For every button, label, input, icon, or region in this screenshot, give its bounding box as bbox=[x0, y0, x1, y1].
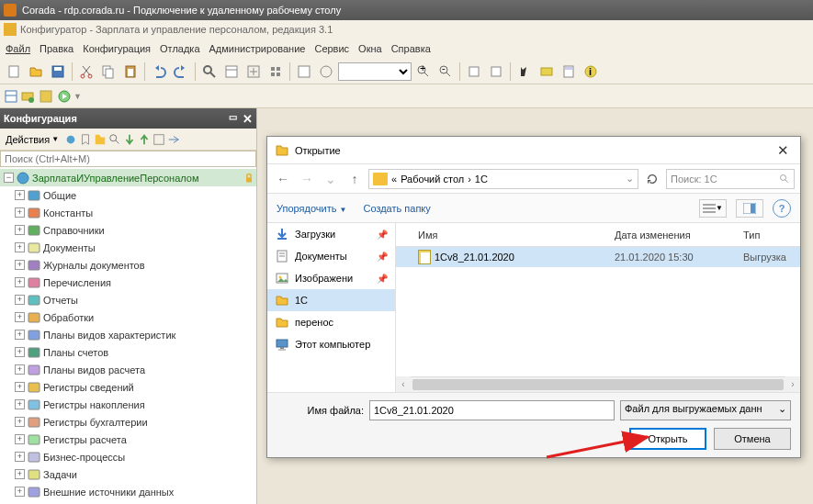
tree-item[interactable]: + Константы bbox=[0, 204, 256, 221]
sidebar-close-button[interactable]: ✕ bbox=[243, 112, 253, 126]
tree-item[interactable]: + Бизнес-процессы bbox=[0, 448, 256, 465]
tree-item[interactable]: + Перечисления bbox=[0, 274, 256, 291]
tree-item[interactable]: + Задачи bbox=[0, 465, 256, 483]
tree-item[interactable]: + Документы bbox=[0, 239, 256, 256]
new-folder-button[interactable]: Создать папку bbox=[363, 203, 430, 214]
zoom-out-button[interactable]: - bbox=[435, 62, 456, 82]
tool-btn-5[interactable] bbox=[316, 62, 336, 82]
open-button[interactable]: Открыть bbox=[629, 428, 706, 450]
tool-select[interactable] bbox=[338, 62, 412, 81]
expand-icon[interactable]: + bbox=[15, 295, 25, 305]
place-item[interactable]: Документы📌 bbox=[267, 245, 395, 267]
nav-up-button[interactable]: ↑ bbox=[344, 169, 365, 189]
file-row[interactable]: 1Cv8_21.01.2020 21.01.2020 15:30 Выгрузк… bbox=[396, 247, 800, 267]
tool-btn-3[interactable] bbox=[265, 62, 286, 82]
breadcrumb-part-0[interactable]: Рабочий стол bbox=[401, 174, 464, 185]
cut-button[interactable] bbox=[76, 62, 96, 82]
expand-icon[interactable]: + bbox=[15, 364, 25, 375]
sidebar-pin-icon[interactable]: ▭ bbox=[229, 112, 237, 126]
expand-icon[interactable]: + bbox=[15, 382, 25, 392]
calc-button[interactable] bbox=[559, 62, 579, 82]
tool2-btn-1[interactable] bbox=[4, 89, 18, 104]
tree-item[interactable]: + Регистры расчета bbox=[0, 431, 256, 448]
place-item[interactable]: Загрузки📌 bbox=[267, 223, 395, 245]
dialog-close-button[interactable]: ✕ bbox=[773, 142, 793, 159]
expand-icon[interactable]: + bbox=[15, 242, 25, 252]
expand-icon[interactable]: − bbox=[4, 173, 14, 183]
expand-icon[interactable]: + bbox=[15, 469, 25, 479]
tool2-btn-3[interactable] bbox=[39, 89, 53, 104]
scroll-left-button[interactable]: ‹ bbox=[396, 376, 411, 392]
scroll-right-button[interactable]: › bbox=[785, 376, 800, 392]
tree-item[interactable]: + Обработки bbox=[0, 308, 256, 326]
tool-btn-1[interactable] bbox=[221, 62, 242, 82]
place-item[interactable]: 1С bbox=[267, 289, 395, 311]
action-btn-8[interactable] bbox=[167, 133, 180, 146]
tree-item[interactable]: + Планы счетов bbox=[0, 343, 256, 361]
tree-root[interactable]: − ЗарплатаИУправлениеПерсоналом bbox=[0, 169, 256, 186]
zoom-in-button[interactable]: + bbox=[413, 62, 434, 82]
action-btn-6[interactable] bbox=[138, 133, 151, 146]
place-item[interactable]: Этот компьютер bbox=[267, 333, 395, 355]
place-item[interactable]: Изображени📌 bbox=[267, 267, 395, 289]
tool-btn-4[interactable] bbox=[294, 62, 314, 82]
action-btn-3[interactable] bbox=[94, 133, 107, 146]
col-type[interactable]: Тип bbox=[736, 230, 800, 241]
redo-button[interactable] bbox=[171, 62, 191, 82]
dropdown-arrow-icon[interactable]: ▼ bbox=[73, 92, 82, 101]
action-btn-4[interactable] bbox=[108, 133, 121, 146]
paste-button[interactable] bbox=[120, 62, 141, 82]
tree-item[interactable]: + Регистры сведений bbox=[0, 378, 256, 396]
menu-debug[interactable]: Отладка bbox=[160, 43, 199, 54]
expand-icon[interactable]: + bbox=[15, 417, 25, 427]
tree-item[interactable]: + Планы видов характеристик bbox=[0, 326, 256, 343]
tool-btn-6[interactable] bbox=[464, 62, 484, 82]
cancel-button[interactable]: Отмена bbox=[714, 428, 791, 450]
refresh-button[interactable] bbox=[642, 169, 662, 189]
col-name[interactable]: Имя bbox=[411, 230, 607, 241]
menu-help[interactable]: Справка bbox=[391, 43, 431, 54]
expand-icon[interactable]: + bbox=[15, 330, 25, 340]
tree-item[interactable]: + Журналы документов bbox=[0, 256, 256, 274]
expand-icon[interactable]: + bbox=[15, 347, 25, 357]
nav-back-button[interactable]: ← bbox=[273, 169, 293, 189]
breadcrumb-part-1[interactable]: 1С bbox=[475, 174, 488, 185]
tree-item[interactable]: + Планы видов расчета bbox=[0, 361, 256, 378]
action-btn-5[interactable] bbox=[123, 133, 136, 146]
undo-button[interactable] bbox=[149, 62, 169, 82]
search-button[interactable] bbox=[199, 62, 220, 82]
nav-history-button[interactable]: ⌄ bbox=[321, 169, 341, 189]
breadcrumb[interactable]: « Рабочий стол › 1С ⌄ bbox=[368, 169, 638, 189]
tree-item[interactable]: + Внешние источники данных bbox=[0, 483, 256, 500]
dialog-help-button[interactable]: ? bbox=[773, 199, 791, 218]
tool2-btn-2[interactable] bbox=[20, 89, 35, 104]
new-button[interactable] bbox=[4, 62, 24, 82]
expand-icon[interactable]: + bbox=[15, 225, 25, 235]
h-scrollbar[interactable] bbox=[411, 376, 785, 392]
breadcrumb-dropdown[interactable]: ⌄ bbox=[626, 173, 634, 185]
expand-icon[interactable]: + bbox=[15, 190, 25, 200]
col-date[interactable]: Дата изменения bbox=[607, 230, 736, 241]
organize-menu[interactable]: Упорядочить ▼ bbox=[277, 203, 346, 214]
preview-pane-button[interactable] bbox=[736, 199, 763, 218]
tree-item[interactable]: + Регистры накопления bbox=[0, 396, 256, 413]
place-item[interactable]: перенос bbox=[267, 311, 395, 333]
expand-icon[interactable]: + bbox=[15, 434, 25, 444]
tool-btn-7[interactable] bbox=[486, 62, 506, 82]
tree-item[interactable]: + Общие bbox=[0, 186, 256, 204]
menu-edit[interactable]: Правка bbox=[40, 43, 73, 54]
menu-config[interactable]: Конфигурация bbox=[83, 43, 151, 54]
tool-btn-2[interactable] bbox=[243, 62, 264, 82]
action-btn-7[interactable] bbox=[152, 133, 165, 146]
expand-icon[interactable]: + bbox=[15, 207, 25, 218]
expand-icon[interactable]: + bbox=[15, 312, 25, 322]
filename-input[interactable] bbox=[369, 400, 615, 420]
filter-select[interactable]: Файл для выгружаемых данн bbox=[620, 400, 791, 420]
expand-icon[interactable]: + bbox=[15, 260, 25, 270]
expand-icon[interactable]: + bbox=[15, 277, 25, 287]
tree-item[interactable]: + Регистры бухгалтерии bbox=[0, 413, 256, 431]
expand-icon[interactable]: + bbox=[15, 399, 25, 409]
expand-icon[interactable]: + bbox=[15, 487, 25, 497]
debug-button[interactable] bbox=[514, 62, 535, 82]
copy-button[interactable] bbox=[98, 62, 119, 82]
